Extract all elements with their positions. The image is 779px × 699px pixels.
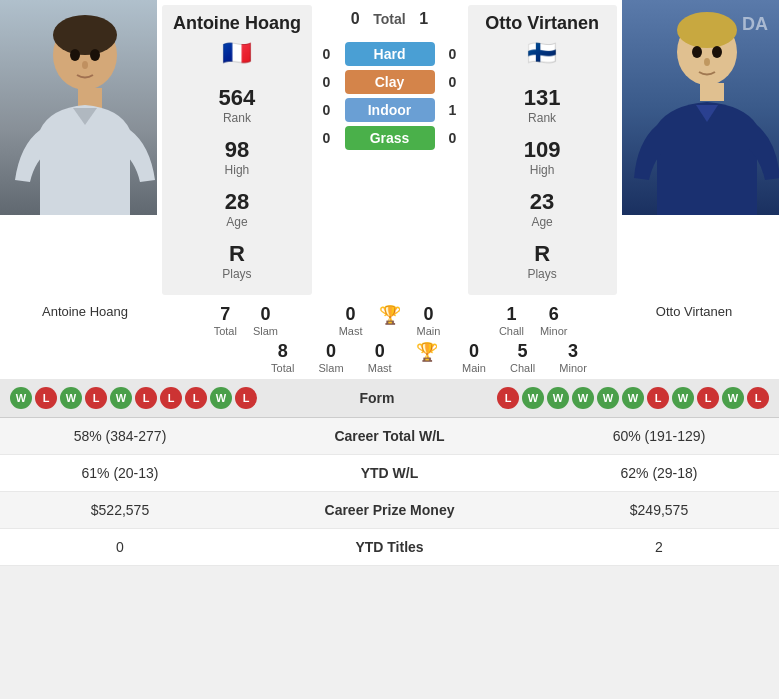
svg-rect-14 [700, 83, 724, 101]
main-container: Antoine Hoang 🇫🇷 564 Rank 98 High 28 Age… [0, 0, 779, 566]
right-chall: 5 [518, 341, 528, 362]
right-main-label: Main [462, 362, 486, 374]
left-main: 0 [423, 304, 433, 325]
left-plays-label: Plays [222, 267, 251, 281]
right-player-name: Otto Virtanen [485, 13, 599, 34]
right-sub-stats-all: 8 Total 0 Slam 0 Mast 🏆 0 Main 5 Chall 3 [249, 341, 609, 374]
surface-row-hard: 0 Hard 0 [317, 42, 463, 66]
total-label: Total [373, 11, 405, 27]
svg-text:DA: DA [742, 14, 768, 34]
left-rank-value: 564 [219, 85, 256, 111]
left-high-label: High [225, 163, 250, 177]
stats-section: 58% (384-277) Career Total W/L 60% (191-… [0, 418, 779, 566]
form-section: WLWLWLLLWL Form LWWWWWLWLWL [0, 379, 779, 418]
right-name-below: Otto Virtanen [609, 300, 779, 341]
stats-center-0: Career Total W/L [220, 428, 559, 444]
left-form-badge-6: L [160, 387, 182, 409]
svg-point-3 [70, 49, 80, 61]
left-sub-stats-2: 0 Mast 🏆 0 Main [318, 304, 462, 337]
right-form-badge-6: L [647, 387, 669, 409]
left-mast: 0 [346, 304, 356, 325]
left-form-badge-4: W [110, 387, 132, 409]
left-high-value: 98 [225, 137, 249, 163]
left-form-badge-7: L [185, 387, 207, 409]
left-form-badge-5: L [135, 387, 157, 409]
center-match-panel: 0 Total 1 0 Hard 0 0 Clay 0 0 Indoor 1 0… [317, 0, 463, 300]
surface-badge-indoor: Indoor [345, 98, 435, 122]
left-sub-stats-3: 1 Chall 6 Minor [461, 304, 605, 337]
stats-row-1: 61% (20-13) YTD W/L 62% (29-18) [0, 455, 779, 492]
stats-left-2: $522,575 [20, 502, 220, 518]
total-score-right: 1 [414, 10, 434, 28]
svg-rect-6 [78, 88, 102, 108]
right-total-label: Total [271, 362, 294, 374]
surface-score-right-1: 0 [443, 74, 463, 90]
right-form-badge-4: W [597, 387, 619, 409]
left-total-label: Total [214, 325, 237, 337]
surface-badge-hard: Hard [345, 42, 435, 66]
right-form-badge-0: L [497, 387, 519, 409]
stats-left-3: 0 [20, 539, 220, 555]
left-name-below: Antoine Hoang [0, 300, 170, 341]
surface-badge-clay: Clay [345, 70, 435, 94]
right-minor-label: Minor [559, 362, 587, 374]
left-form-badges: WLWLWLLLWL [10, 387, 257, 409]
right-mast-label: Mast [368, 362, 392, 374]
stats-left-1: 61% (20-13) [20, 465, 220, 481]
right-slam-label: Slam [319, 362, 344, 374]
left-plays-value: R [229, 241, 245, 267]
right-age-value: 23 [530, 189, 554, 215]
left-mast-label: Mast [339, 325, 363, 337]
right-sub-stats-row: 8 Total 0 Slam 0 Mast 🏆 0 Main 5 Chall 3 [0, 341, 779, 374]
right-player-photo: DA [622, 0, 779, 215]
right-form-badge-3: W [572, 387, 594, 409]
stats-right-1: 62% (29-18) [559, 465, 759, 481]
stats-row-2: $522,575 Career Prize Money $249,575 [0, 492, 779, 529]
right-form-badge-10: L [747, 387, 769, 409]
left-age-value: 28 [225, 189, 249, 215]
left-player-details: Antoine Hoang 🇫🇷 564 Rank 98 High 28 Age… [162, 5, 311, 295]
left-chall-label: Chall [499, 325, 524, 337]
left-main-label: Main [417, 325, 441, 337]
left-sub-stats: 7 Total 0 Slam [174, 304, 318, 337]
left-form-badge-0: W [10, 387, 32, 409]
right-player-details: Otto Virtanen 🇫🇮 131 Rank 109 High 23 Ag… [468, 5, 617, 295]
right-form-badge-1: W [522, 387, 544, 409]
right-rank-value: 131 [524, 85, 561, 111]
right-minor: 3 [568, 341, 578, 362]
left-slam: 0 [260, 304, 270, 325]
svg-point-4 [90, 49, 100, 61]
top-section: Antoine Hoang 🇫🇷 564 Rank 98 High 28 Age… [0, 0, 779, 300]
right-high-label: High [530, 163, 555, 177]
surface-score-right-2: 1 [443, 102, 463, 118]
right-trophy-icon: 🏆 [416, 341, 438, 363]
right-mast: 0 [375, 341, 385, 362]
left-player-name: Antoine Hoang [173, 13, 301, 34]
stats-left-0: 58% (384-277) [20, 428, 220, 444]
stats-center-3: YTD Titles [220, 539, 559, 555]
svg-point-13 [704, 58, 710, 66]
right-age-label: Age [531, 215, 552, 229]
surface-row-indoor: 0 Indoor 1 [317, 98, 463, 122]
svg-point-11 [692, 46, 702, 58]
left-player-photo [0, 0, 157, 215]
left-minor: 6 [549, 304, 559, 325]
surface-row-clay: 0 Clay 0 [317, 70, 463, 94]
left-total: 7 [220, 304, 230, 325]
left-form-badge-2: W [60, 387, 82, 409]
svg-point-10 [677, 12, 737, 48]
surface-score-right-3: 0 [443, 130, 463, 146]
right-player-flag: 🇫🇮 [527, 39, 557, 67]
right-slam: 0 [326, 341, 336, 362]
right-high-value: 109 [524, 137, 561, 163]
left-form-badge-3: L [85, 387, 107, 409]
left-chall: 1 [506, 304, 516, 325]
surface-score-left-2: 0 [317, 102, 337, 118]
stats-center-2: Career Prize Money [220, 502, 559, 518]
right-main: 0 [469, 341, 479, 362]
total-score-left: 0 [345, 10, 365, 28]
right-form-badge-8: L [697, 387, 719, 409]
stats-right-3: 2 [559, 539, 759, 555]
right-plays-label: Plays [527, 267, 556, 281]
right-form-badge-9: W [722, 387, 744, 409]
